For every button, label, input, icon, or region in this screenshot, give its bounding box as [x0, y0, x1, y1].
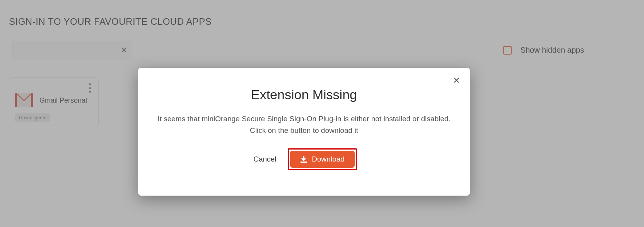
download-icon	[300, 156, 307, 163]
modal-body-line1: It seems that miniOrange Secure Single S…	[157, 115, 450, 123]
download-button-highlight: Download	[288, 148, 357, 170]
page-root: SIGN-IN TO YOUR FAVOURITE CLOUD APPS ✕ S…	[0, 0, 644, 227]
download-button-label: Download	[312, 155, 345, 163]
modal-body-line2: Click on the button to download it	[250, 126, 358, 134]
modal-actions: Cancel Download	[154, 148, 454, 170]
extension-missing-modal: ✕ Extension Missing It seems that miniOr…	[138, 68, 470, 196]
modal-body: It seems that miniOrange Secure Single S…	[154, 113, 454, 137]
modal-title: Extension Missing	[154, 87, 454, 102]
close-icon[interactable]: ✕	[453, 76, 460, 85]
download-button[interactable]: Download	[290, 151, 355, 168]
cancel-button[interactable]: Cancel	[251, 151, 278, 167]
